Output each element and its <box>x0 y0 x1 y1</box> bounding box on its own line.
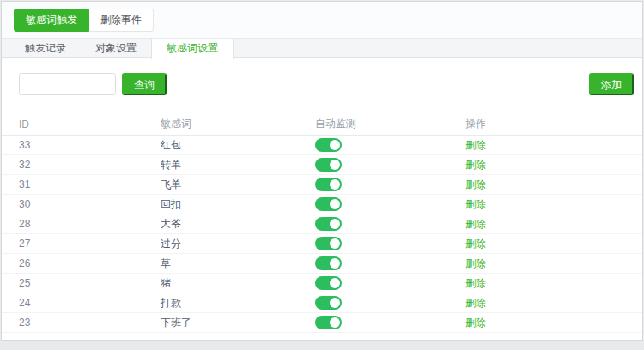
auto-monitor-toggle[interactable] <box>315 158 342 172</box>
add-button[interactable]: 添加 <box>589 73 634 95</box>
keyword-input[interactable] <box>19 73 116 95</box>
row-actions-cell: 删除 <box>465 276 642 291</box>
row-auto-monitor-cell <box>315 158 465 172</box>
row-actions-cell: 删除 <box>465 237 642 251</box>
toolbar: 查询 添加 <box>2 58 642 95</box>
toggle-knob <box>330 160 340 170</box>
row-auto-monitor-cell <box>315 197 465 211</box>
row-word: 猪 <box>161 276 315 291</box>
auto-monitor-toggle[interactable] <box>315 138 342 152</box>
row-actions-cell: 删除 <box>465 316 642 330</box>
row-word: 打款 <box>161 296 315 311</box>
tab-sensitive-word-settings[interactable]: 敏感词设置 <box>151 39 234 59</box>
column-header-word: 敏感词 <box>161 117 315 131</box>
table-row: 23 下班了 删除 <box>2 313 642 333</box>
row-word: 过分 <box>161 237 315 251</box>
row-word: 飞单 <box>161 178 315 192</box>
toggle-knob <box>330 140 340 150</box>
delete-link[interactable]: 删除 <box>465 139 486 151</box>
auto-monitor-toggle[interactable] <box>315 197 342 211</box>
column-header-auto-monitor: 自动监测 <box>315 117 465 131</box>
delete-link[interactable]: 删除 <box>465 238 486 250</box>
row-id: 32 <box>2 159 161 171</box>
table-row: 32 转单 删除 <box>2 155 642 175</box>
row-word: 红包 <box>161 138 315 153</box>
toggle-knob <box>330 179 340 190</box>
row-word: 草 <box>161 256 315 271</box>
toggle-knob <box>330 258 340 269</box>
table-row: 26 草 删除 <box>2 254 642 274</box>
table-row: 25 猪 删除 <box>2 274 642 293</box>
top-tab-bar: 敏感词触发 删除事件 <box>2 2 642 39</box>
row-word: 大爷 <box>161 217 315 232</box>
row-word: 下班了 <box>161 316 315 330</box>
row-id: 24 <box>2 297 161 309</box>
table-header: ID 敏感词 自动监测 操作 <box>2 113 642 136</box>
tab-sensitive-word-trigger[interactable]: 敏感词触发 <box>14 9 89 32</box>
page-panel: 敏感词触发 删除事件 触发记录 对象设置 敏感词设置 查询 添加 ID 敏感词 … <box>1 1 643 341</box>
table-row: 31 飞单 删除 <box>2 175 642 195</box>
auto-monitor-toggle[interactable] <box>315 256 342 270</box>
table-row: 28 大爷 删除 <box>2 214 642 234</box>
row-id: 31 <box>2 178 161 190</box>
table-row: 33 红包 删除 <box>2 136 642 155</box>
table-row: 24 打款 删除 <box>2 293 642 313</box>
row-auto-monitor-cell <box>315 217 465 231</box>
tab-trigger-records[interactable]: 触发记录 <box>10 39 81 57</box>
top-tab-group: 敏感词触发 删除事件 <box>14 9 154 32</box>
auto-monitor-toggle[interactable] <box>315 178 342 191</box>
delete-link[interactable]: 删除 <box>465 297 486 309</box>
row-auto-monitor-cell <box>315 237 465 250</box>
table-row: 30 回扣 删除 <box>2 195 642 214</box>
toggle-knob <box>330 219 340 229</box>
row-actions-cell: 删除 <box>465 138 642 153</box>
auto-monitor-toggle[interactable] <box>315 237 342 250</box>
row-id: 30 <box>2 198 161 210</box>
toggle-knob <box>330 199 340 209</box>
toggle-knob <box>330 298 340 308</box>
row-auto-monitor-cell <box>315 296 465 310</box>
row-id: 28 <box>2 218 161 230</box>
row-auto-monitor-cell <box>315 276 465 290</box>
row-actions-cell: 删除 <box>465 256 642 271</box>
delete-link[interactable]: 删除 <box>465 317 486 329</box>
table-row: 27 过分 删除 <box>2 234 642 254</box>
row-actions-cell: 删除 <box>465 217 642 232</box>
row-word: 回扣 <box>161 197 315 212</box>
row-auto-monitor-cell <box>315 256 465 270</box>
tab-delete-event[interactable]: 删除事件 <box>89 9 154 32</box>
row-id: 26 <box>2 257 161 269</box>
auto-monitor-toggle[interactable] <box>315 316 342 329</box>
delete-link[interactable]: 删除 <box>465 178 486 190</box>
delete-link[interactable]: 删除 <box>465 218 486 230</box>
row-id: 33 <box>2 139 161 151</box>
delete-link[interactable]: 删除 <box>465 159 486 171</box>
tab-object-settings[interactable]: 对象设置 <box>81 39 151 57</box>
column-header-actions: 操作 <box>465 117 642 131</box>
row-actions-cell: 删除 <box>465 197 642 212</box>
query-button[interactable]: 查询 <box>122 73 167 95</box>
delete-link[interactable]: 删除 <box>465 277 486 289</box>
sub-tab-bar: 触发记录 对象设置 敏感词设置 <box>2 39 642 58</box>
auto-monitor-toggle[interactable] <box>315 217 342 231</box>
row-word: 转单 <box>161 158 315 172</box>
row-id: 25 <box>2 277 161 289</box>
delete-link[interactable]: 删除 <box>465 198 486 210</box>
app-window: 敏感词触发 删除事件 触发记录 对象设置 敏感词设置 查询 添加 ID 敏感词 … <box>0 0 644 350</box>
sensitive-words-table: ID 敏感词 自动监测 操作 33 红包 <box>2 113 642 333</box>
auto-monitor-toggle[interactable] <box>315 296 342 310</box>
toggle-knob <box>330 278 340 288</box>
row-auto-monitor-cell <box>315 138 465 152</box>
column-header-id: ID <box>2 118 161 130</box>
auto-monitor-toggle[interactable] <box>315 276 342 290</box>
toggle-knob <box>330 238 340 249</box>
table-body: 33 红包 删除 32 转单 <box>2 136 642 333</box>
row-id: 27 <box>2 238 161 250</box>
toggle-knob <box>330 317 340 328</box>
row-actions-cell: 删除 <box>465 296 642 311</box>
delete-link[interactable]: 删除 <box>465 257 486 269</box>
row-auto-monitor-cell <box>315 316 465 329</box>
row-auto-monitor-cell <box>315 178 465 191</box>
row-actions-cell: 删除 <box>465 158 642 172</box>
row-actions-cell: 删除 <box>465 178 642 192</box>
